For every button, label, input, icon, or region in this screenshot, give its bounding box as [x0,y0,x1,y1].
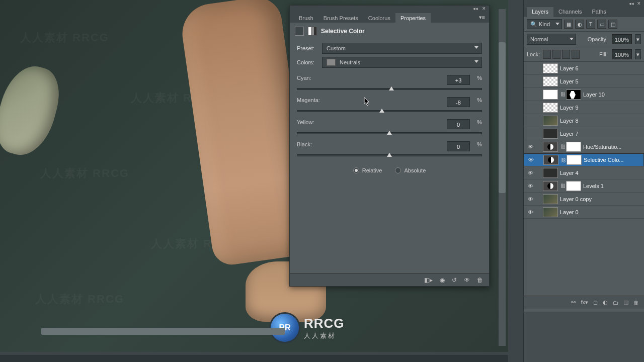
layer-name[interactable]: Layer 0 copy [560,196,592,202]
visibility-toggle-icon[interactable]: 👁 [526,196,535,202]
vertical-scrollbar[interactable] [499,9,506,346]
relative-radio[interactable]: Relative [353,167,382,173]
layer-name[interactable]: Layer 6 [560,65,579,71]
slider-thumb-icon[interactable] [387,153,392,157]
slider-thumb-icon[interactable] [387,131,392,135]
absolute-radio[interactable]: Absolute [395,167,426,173]
layer-row[interactable]: 👁⛓Hue/Saturatio... [524,140,644,153]
layer-row[interactable]: 👁⛓Levels 1 [524,179,644,193]
new-layer-icon[interactable]: ◫ [623,299,628,306]
tab-paths[interactable]: Paths [587,7,611,17]
delete-icon[interactable]: 🗑 [477,277,483,284]
collapse-icon[interactable]: ◂◂ [629,1,634,6]
visibility-icon[interactable]: 👁 [464,277,470,284]
channel-slider[interactable] [297,110,482,112]
layer-name[interactable]: Layer 7 [560,131,579,137]
layer-thumbnail[interactable] [543,116,558,126]
visibility-toggle-icon[interactable]: 👁 [526,118,535,124]
new-group-icon[interactable]: 🗀 [613,300,618,306]
tab-properties[interactable]: Properties [395,13,431,23]
close-icon[interactable]: ✕ [637,1,641,6]
fill-scrubber-icon[interactable]: ▾ [635,49,641,59]
layer-thumbnail[interactable] [543,89,558,100]
fill-input[interactable]: 100% [612,49,632,59]
opacity-input[interactable]: 100% [612,34,632,44]
layer-name[interactable]: Levels 1 [583,183,604,189]
visibility-toggle-icon[interactable]: 👁 [526,183,535,189]
link-layers-icon[interactable]: ⚯ [571,299,576,306]
layer-thumbnail[interactable] [543,142,558,152]
visibility-toggle-icon[interactable]: 👁 [526,131,535,137]
visibility-toggle-icon[interactable]: 👁 [526,144,535,150]
layer-mask-thumbnail[interactable] [566,181,581,191]
layer-name[interactable]: Layer 0 [560,209,579,215]
blend-mode-dropdown[interactable]: Normal [527,34,576,45]
lock-all-icon[interactable] [572,50,580,59]
reset-icon[interactable]: ↺ [452,277,457,284]
layer-thumbnail[interactable] [543,129,558,139]
filter-pixel-icon[interactable]: ▦ [564,20,573,29]
layer-row[interactable]: 👁Layer 6 [524,62,644,75]
close-icon[interactable]: ✕ [482,6,486,11]
collapse-icon[interactable]: ◂◂ [473,6,478,11]
layer-thumbnail[interactable] [543,103,558,113]
channel-slider[interactable] [297,132,482,134]
layer-name[interactable]: Layer 8 [560,118,579,124]
layer-row[interactable]: 👁⛓Selective Colo... [524,153,644,166]
horizontal-scrollbar[interactable] [41,328,285,335]
add-mask-icon[interactable]: ◻ [593,299,598,306]
layer-fx-icon[interactable]: fx▾ [581,299,588,306]
filter-kind-dropdown[interactable]: 🔍Kind [527,19,562,29]
tab-channels[interactable]: Channels [553,7,587,17]
layer-row[interactable]: 👁Layer 0 [524,206,644,219]
filter-type-icon[interactable]: T [586,20,595,29]
filter-smart-icon[interactable]: ◫ [608,20,617,29]
channel-value-input[interactable]: 0 [447,119,470,129]
layer-row[interactable]: 👁Layer 7 [524,127,644,140]
tab-layers[interactable]: Layers [527,7,553,17]
layer-mask-thumbnail[interactable] [566,142,581,152]
layer-thumbnail[interactable] [543,168,558,178]
layer-name[interactable]: Layer 9 [560,105,579,111]
view-previous-icon[interactable]: ◉ [440,277,445,284]
preset-dropdown[interactable]: Custom [322,43,482,54]
opacity-scrubber-icon[interactable]: ▾ [635,34,641,44]
lock-pixels-icon[interactable] [552,50,560,59]
visibility-toggle-icon[interactable]: 👁 [526,92,535,98]
layer-row[interactable]: 👁Layer 5 [524,75,644,88]
new-adjustment-icon[interactable]: ◐ [603,299,608,306]
tab-brush[interactable]: Brush [294,13,318,23]
layer-thumbnail[interactable] [543,63,558,73]
panel-menu-icon[interactable]: ▾≡ [475,12,489,23]
delete-layer-icon[interactable]: 🗑 [633,300,639,306]
visibility-toggle-icon[interactable]: 👁 [526,170,535,176]
visibility-toggle-icon[interactable]: 👁 [526,209,535,215]
layer-thumbnail[interactable] [543,207,558,217]
slider-thumb-icon[interactable] [379,109,384,113]
layer-row[interactable]: 👁Layer 0 copy [524,193,644,206]
layer-name[interactable]: Layer 4 [560,170,579,176]
layer-row[interactable]: 👁Layer 8 [524,114,644,127]
layer-mask-thumbnail[interactable] [567,155,582,165]
adjustment-toggle-icon[interactable] [295,27,304,36]
channel-value-input[interactable]: +3 [447,75,470,85]
layer-row[interactable]: 👁Layer 9 [524,101,644,114]
visibility-toggle-icon[interactable]: 👁 [526,105,535,111]
layer-row[interactable]: 👁⛓Layer 10 [524,88,644,101]
lock-position-icon[interactable] [562,50,570,59]
channel-value-input[interactable]: 0 [447,141,470,151]
filter-shape-icon[interactable]: ▭ [597,20,606,29]
channel-slider[interactable] [297,154,482,156]
tab-brush-presets[interactable]: Brush Presets [318,13,363,23]
layer-name[interactable]: Selective Colo... [584,157,623,163]
colors-dropdown[interactable]: Neutrals [322,57,482,68]
visibility-toggle-icon[interactable]: 👁 [526,65,535,71]
layer-thumbnail[interactable] [543,194,558,204]
lock-transparency-icon[interactable] [543,50,551,59]
filter-adjustment-icon[interactable]: ◐ [575,20,584,29]
layer-mask-thumbnail[interactable] [566,89,581,100]
layer-thumbnail[interactable] [543,181,558,191]
tab-coolorus[interactable]: Coolorus [363,13,395,23]
layer-row[interactable]: 👁Layer 4 [524,166,644,179]
visibility-toggle-icon[interactable]: 👁 [526,157,535,163]
